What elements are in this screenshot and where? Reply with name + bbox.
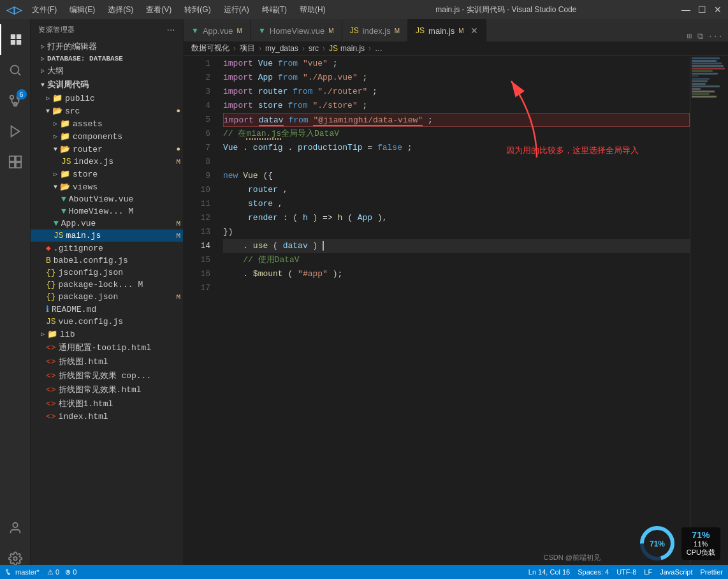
- html-icon: <>: [46, 399, 56, 409]
- breadcrumb-part[interactable]: main.js: [340, 44, 365, 53]
- menu-file[interactable]: 文件(F): [27, 3, 62, 17]
- tree-item-homeview[interactable]: ▼ HomeView... M: [31, 205, 183, 217]
- tree-item-aboutview[interactable]: ▼ AboutView.vue: [31, 193, 183, 205]
- menu-select[interactable]: 选择(S): [103, 3, 138, 17]
- svg-point-11: [13, 557, 17, 561]
- tree-item-components[interactable]: ▷ 📁 components: [31, 130, 183, 143]
- status-spaces[interactable]: Spaces: 4: [578, 568, 609, 576]
- tree-item-label: main.js: [66, 231, 101, 240]
- chevron-icon: ▷: [41, 330, 45, 338]
- folder-icon: 📂: [52, 106, 62, 116]
- code-editor[interactable]: 12345 678910 11121314 151617 import Vue …: [184, 55, 728, 579]
- status-branch[interactable]: master*: [5, 568, 40, 576]
- sidebar-section-database[interactable]: ▷ DATABASE: DATABASE: [31, 54, 183, 64]
- tab-indexjs[interactable]: JS index.js M: [342, 19, 408, 41]
- tree-item-linechart3[interactable]: <> 折线图常见效果.html: [31, 383, 183, 397]
- code-line-12: render : ( h ) => h ( App ),: [223, 211, 690, 225]
- sidebar-section-open-editors[interactable]: ▷ 打开的编辑器: [31, 40, 183, 54]
- tree-item-src[interactable]: ▼ 📂 src ●: [31, 105, 183, 117]
- status-formatter[interactable]: Prettier: [701, 568, 723, 576]
- tree-item-assets[interactable]: ▷ 📁 assets: [31, 117, 183, 130]
- tree-item-linechart[interactable]: <> 折线图.html: [31, 355, 183, 369]
- activity-git[interactable]: 6: [0, 85, 31, 116]
- html-icon: <>: [46, 357, 56, 367]
- breadcrumb-sep: ›: [259, 44, 261, 53]
- breadcrumb-part[interactable]: my_datas: [265, 44, 298, 53]
- menu-view[interactable]: 查看(V): [141, 3, 177, 17]
- tree-item-views[interactable]: ▼ 📂 views: [31, 180, 183, 193]
- menu-goto[interactable]: 转到(G): [179, 3, 215, 17]
- window-close[interactable]: ✕: [714, 4, 722, 15]
- tree-item-barchart[interactable]: <> 柱状图1.html: [31, 397, 183, 411]
- tree-item-router[interactable]: ▼ 📂 router ●: [31, 143, 183, 156]
- more-actions-icon[interactable]: ···: [708, 32, 723, 41]
- chevron-down-icon: ▼: [41, 82, 45, 89]
- tree-item-public[interactable]: ▷ 📁 public: [31, 92, 183, 105]
- tree-item-label: 通用配置-tootip.html: [59, 342, 152, 353]
- breadcrumb-part[interactable]: 数据可视化: [191, 43, 229, 54]
- chevron-icon: ▷: [41, 67, 45, 75]
- tree-item-vueconfig[interactable]: JS vue.config.js: [31, 316, 183, 328]
- code-content[interactable]: import Vue from "vue" ; import App from: [215, 55, 690, 579]
- code-line-9: new Vue ({: [223, 169, 690, 183]
- csdn-watermark: CSDN @前端初见: [544, 553, 601, 562]
- window-maximize[interactable]: ☐: [698, 4, 706, 15]
- collapse-icon[interactable]: ⧉: [697, 32, 703, 41]
- tree-item-indexhtml[interactable]: <> index.html: [31, 411, 183, 423]
- folder-icon: 📁: [60, 119, 70, 129]
- tree-item-packagelock[interactable]: {} package-lock... M: [31, 279, 183, 291]
- tree-item-store[interactable]: ▷ 📁 store: [31, 168, 183, 180]
- split-editor-icon[interactable]: ⊞: [687, 31, 692, 41]
- activity-extensions[interactable]: [0, 147, 31, 177]
- chevron-icon: ▷: [54, 133, 57, 140]
- svg-point-10: [13, 523, 17, 527]
- minimap[interactable]: [690, 55, 728, 579]
- tree-item-packagejson[interactable]: {} package.json M: [31, 291, 183, 303]
- tab-close-icon[interactable]: ✕: [470, 26, 478, 36]
- tree-item-lib[interactable]: ▷ 📁 lib: [31, 328, 183, 341]
- sidebar-section-outline[interactable]: ▷ 大纲: [31, 64, 183, 78]
- tree-item-mainjs[interactable]: JS main.js M: [31, 230, 183, 242]
- activity-accounts[interactable]: [0, 513, 31, 543]
- tab-mainjs[interactable]: JS main.js M ✕: [408, 19, 486, 41]
- window-minimize[interactable]: —: [681, 4, 690, 15]
- tab-appvue[interactable]: ▼ App.vue M: [184, 19, 251, 41]
- menu-help[interactable]: 帮助(H): [295, 3, 331, 17]
- sidebar-more-icon[interactable]: ···: [167, 24, 175, 34]
- breadcrumb-part[interactable]: 项目: [240, 43, 255, 54]
- sidebar-section-project[interactable]: ▼ 实训周代码: [31, 78, 183, 92]
- status-encoding[interactable]: UTF-8: [616, 568, 636, 576]
- tree-item-linechart2[interactable]: <> 折线图常见效果 cop...: [31, 369, 183, 383]
- tree-item-babel[interactable]: B babel.config.js: [31, 254, 183, 267]
- tree-item-jsconfig[interactable]: {} jsconfig.json: [31, 267, 183, 279]
- database-label: DATABASE: DATABASE: [47, 55, 123, 62]
- tree-item-label: HomeView... M: [69, 207, 133, 216]
- svg-rect-6: [9, 156, 14, 161]
- menu-bar[interactable]: 文件(F) 编辑(E) 选择(S) 查看(V) 转到(G) 运行(A) 终端(T…: [27, 3, 331, 17]
- tree-item-tooltip[interactable]: <> 通用配置-tootip.html: [31, 341, 183, 355]
- svg-marker-5: [11, 126, 19, 137]
- menu-terminal[interactable]: 终端(T): [257, 3, 292, 17]
- status-language[interactable]: JavaScript: [660, 568, 692, 576]
- js-icon: JS: [54, 231, 64, 240]
- status-position[interactable]: Ln 14, Col 16: [528, 568, 570, 576]
- folder-icon: 📁: [47, 329, 57, 339]
- tree-item-appvue[interactable]: ▼ App.vue M: [31, 217, 183, 230]
- status-eol[interactable]: LF: [644, 568, 652, 576]
- menu-edit[interactable]: 编辑(E): [64, 3, 100, 17]
- breadcrumb-part[interactable]: …: [375, 44, 382, 53]
- activity-explorer[interactable]: [0, 24, 31, 55]
- menu-run[interactable]: 运行(A): [219, 3, 254, 17]
- status-errors[interactable]: ⚠ 0 ⊗ 0: [47, 568, 77, 576]
- activity-search[interactable]: [0, 55, 31, 85]
- tab-homeview[interactable]: ▼ HomeView.vue M: [251, 19, 342, 41]
- activity-run[interactable]: [0, 116, 31, 147]
- tree-item-gitignore[interactable]: ◆ .gitignore: [31, 242, 183, 254]
- tree-item-readme[interactable]: ℹ README.md: [31, 303, 183, 316]
- code-line-4: import store from "./store" ;: [223, 99, 690, 113]
- breadcrumb-part[interactable]: src: [309, 44, 319, 53]
- tree-item-label: lib: [60, 330, 75, 339]
- tree-item-label: views: [73, 182, 98, 192]
- vue-icon: ▼: [61, 194, 66, 204]
- tree-item-router-index[interactable]: JS index.js M: [31, 156, 183, 168]
